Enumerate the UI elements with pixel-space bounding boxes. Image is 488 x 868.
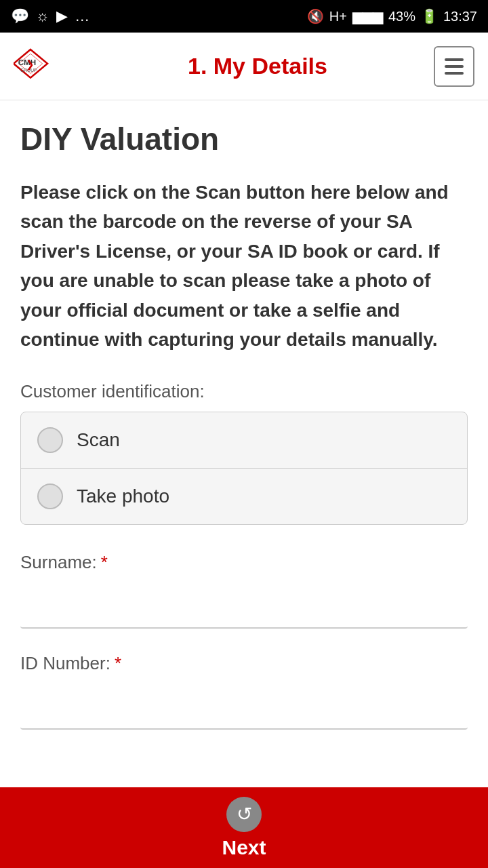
svg-text:❯: ❯ — [26, 58, 35, 70]
bottom-bar[interactable]: ↺ Next — [0, 787, 488, 868]
next-icon: ↺ — [226, 797, 262, 832]
page-title: DIY Valuation — [20, 121, 468, 157]
cmh-logo: CMH GROUP ❯ — [14, 43, 81, 90]
description-text: Please click on the Scan button here bel… — [20, 178, 468, 354]
play-icon: ▶ — [56, 7, 68, 25]
time-display: 13:37 — [443, 9, 477, 24]
logo: CMH GROUP ❯ — [14, 43, 81, 90]
surname-input[interactable] — [20, 580, 468, 629]
radio-scan-label: Scan — [77, 429, 120, 451]
status-bar: 💬 ☼ ▶ … 🔇 H+ ▆▆▆ 43% 🔋 13:37 — [0, 0, 488, 33]
status-bar-right-icons: 🔇 H+ ▆▆▆ 43% 🔋 13:37 — [307, 8, 477, 24]
id-number-field-group: ID Number: * — [20, 653, 468, 730]
id-number-label: ID Number: * — [20, 653, 468, 674]
battery-icon: 🔋 — [421, 8, 438, 24]
battery-level: 43% — [388, 9, 415, 24]
radio-option-scan[interactable]: Scan — [21, 412, 467, 469]
id-number-required-star: * — [115, 653, 121, 674]
mute-icon: 🔇 — [307, 8, 324, 24]
signal-icon: ▆▆▆ — [352, 8, 383, 24]
customer-identification-group: Scan Take photo — [20, 412, 468, 525]
radio-scan-circle — [37, 427, 63, 453]
radio-take-photo-circle — [37, 484, 63, 509]
page-step-title: 1. My Details — [81, 53, 434, 79]
next-label: Next — [222, 836, 266, 859]
radio-option-take-photo[interactable]: Take photo — [21, 469, 467, 524]
surname-label: Surname: * — [20, 552, 468, 573]
surname-field-group: Surname: * — [20, 552, 468, 629]
app-header: CMH GROUP ❯ 1. My Details — [0, 33, 488, 100]
id-number-input[interactable] — [20, 681, 468, 730]
main-content: DIY Valuation Please click on the Scan b… — [0, 100, 488, 787]
customer-id-label: Customer identification: — [20, 381, 468, 402]
menu-button[interactable] — [434, 46, 474, 87]
network-icon: H+ — [329, 9, 347, 24]
next-button[interactable]: ↺ Next — [222, 797, 266, 859]
brightness-icon: ☼ — [36, 7, 49, 25]
dots-icon: … — [75, 7, 89, 25]
status-bar-left-icons: 💬 ☼ ▶ … — [11, 7, 89, 25]
chat-icon: 💬 — [11, 7, 29, 25]
surname-required-star: * — [101, 552, 108, 573]
radio-take-photo-label: Take photo — [77, 486, 169, 507]
hamburger-icon — [445, 58, 464, 75]
